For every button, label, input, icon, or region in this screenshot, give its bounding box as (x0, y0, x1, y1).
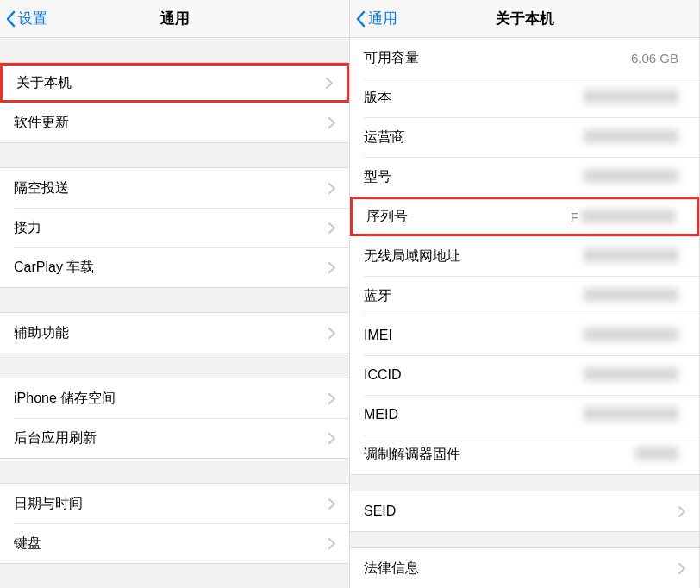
redacted-value (584, 407, 678, 421)
row-label: SEID (364, 504, 678, 519)
page-title-left: 通用 (0, 9, 349, 28)
redacted-value (584, 90, 678, 103)
row-label: 键盘 (14, 535, 328, 553)
row-iphone-storage[interactable]: iPhone 储存空间 (0, 378, 349, 418)
redacted-value (584, 169, 678, 183)
row-carrier: 运营商 (350, 117, 699, 157)
row-label: 运营商 (364, 128, 584, 147)
serial-prefix: F (571, 210, 578, 224)
group-about: 关于本机 软件更新 (0, 62, 349, 143)
row-modem-firmware: 调制解调器固件 (350, 435, 699, 474)
row-version: 版本 (350, 78, 699, 117)
row-label: 接力 (14, 219, 328, 237)
row-bluetooth: 蓝牙 (350, 276, 699, 316)
back-button-settings[interactable]: 设置 (0, 9, 47, 28)
row-label: 调制解调器固件 (364, 446, 635, 464)
navbar-right: 通用 关于本机 (350, 0, 699, 38)
chevron-right-icon (328, 222, 335, 234)
row-label: 可用容量 (364, 49, 631, 67)
row-label: 序列号 (366, 208, 571, 226)
group-storage: iPhone 储存空间 后台应用刷新 (0, 378, 349, 459)
row-seid[interactable]: SEID (350, 491, 699, 531)
row-label: MEID (364, 407, 584, 422)
row-label: 无线局域网地址 (364, 247, 584, 266)
right-scroll[interactable]: 可用容量 6.06 GB 版本 运营商 型号 序列号 F (350, 38, 699, 588)
group-time-keyboard: 日期与时间 键盘 (0, 483, 349, 564)
row-label: IMEI (364, 328, 584, 343)
back-label: 设置 (18, 9, 47, 28)
row-label: iPhone 储存空间 (14, 390, 328, 408)
row-label: 辅助功能 (14, 324, 328, 342)
group-accessibility: 辅助功能 (0, 312, 349, 353)
back-label: 通用 (368, 9, 397, 28)
row-label: 关于本机 (16, 74, 326, 92)
row-label: 隔空投送 (14, 179, 328, 197)
group-device-info: 可用容量 6.06 GB 版本 运营商 型号 序列号 F (350, 38, 699, 475)
row-wifi-address: 无线局域网地址 (350, 236, 699, 276)
row-background-refresh[interactable]: 后台应用刷新 (0, 418, 349, 458)
row-keyboard[interactable]: 键盘 (0, 523, 349, 563)
left-scroll[interactable]: 关于本机 软件更新 隔空投送 接力 CarPlay 车载 (0, 38, 349, 588)
group-seid: SEID (350, 491, 699, 532)
chevron-right-icon (328, 117, 335, 128)
chevron-right-icon (328, 262, 335, 273)
page-title-right: 关于本机 (350, 9, 699, 28)
row-label: 日期与时间 (14, 495, 328, 513)
row-software-update[interactable]: 软件更新 (0, 103, 349, 142)
row-imei: IMEI (350, 316, 699, 355)
redacted-value (584, 288, 678, 302)
row-legal-info[interactable]: 法律信息 (350, 548, 699, 588)
row-value: 6.06 GB (631, 51, 678, 66)
redacted-value (584, 248, 678, 262)
redacted-value (584, 129, 678, 143)
row-label: 蓝牙 (364, 287, 584, 305)
chevron-right-icon (328, 183, 335, 194)
redacted-value (581, 210, 676, 223)
chevron-right-icon (328, 393, 335, 404)
row-label: 法律信息 (364, 560, 678, 578)
row-label: 型号 (364, 168, 584, 186)
redacted-value (584, 328, 678, 341)
row-available-capacity: 可用容量 6.06 GB (350, 38, 699, 78)
chevron-right-icon (678, 506, 685, 517)
group-legal: 法律信息 (350, 547, 699, 588)
chevron-right-icon (328, 328, 335, 339)
chevron-right-icon (328, 538, 335, 549)
row-label: 软件更新 (14, 114, 328, 132)
row-handoff[interactable]: 接力 (0, 208, 349, 247)
redacted-value (635, 447, 678, 460)
row-accessibility[interactable]: 辅助功能 (0, 313, 349, 353)
row-date-time[interactable]: 日期与时间 (0, 484, 349, 523)
row-label: 后台应用刷新 (14, 429, 328, 447)
row-value: F (571, 210, 676, 224)
chevron-left-icon (355, 10, 366, 28)
chevron-right-icon (328, 433, 335, 444)
chevron-right-icon (328, 498, 335, 510)
redacted-value (584, 367, 678, 381)
general-settings-panel: 设置 通用 关于本机 软件更新 隔空投送 接力 (0, 0, 350, 588)
about-device-panel: 通用 关于本机 可用容量 6.06 GB 版本 运营商 型号 序列号 (350, 0, 700, 588)
chevron-right-icon (678, 563, 685, 574)
group-connectivity: 隔空投送 接力 CarPlay 车载 (0, 167, 349, 288)
row-meid: MEID (350, 395, 699, 435)
back-button-general[interactable]: 通用 (350, 9, 397, 28)
navbar-left: 设置 通用 (0, 0, 349, 38)
row-label: CarPlay 车载 (14, 259, 328, 277)
row-serial-number: 序列号 F (350, 197, 699, 236)
row-about-this-device[interactable]: 关于本机 (0, 63, 349, 103)
row-model: 型号 (350, 157, 699, 197)
row-carplay[interactable]: CarPlay 车载 (0, 247, 349, 287)
row-airdrop[interactable]: 隔空投送 (0, 168, 349, 208)
row-iccid: ICCID (350, 355, 699, 395)
row-label: ICCID (364, 367, 584, 383)
chevron-left-icon (5, 10, 16, 28)
chevron-right-icon (326, 78, 333, 89)
row-label: 版本 (364, 89, 584, 107)
